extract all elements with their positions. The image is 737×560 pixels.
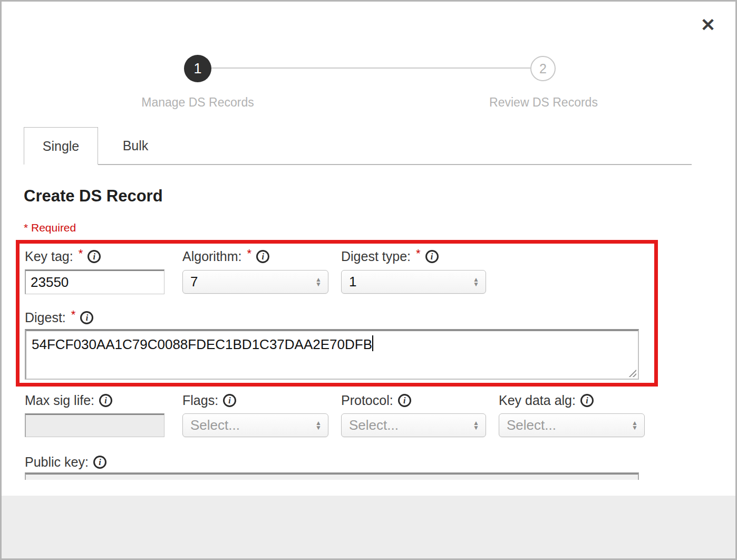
algorithm-select-value: 7	[190, 274, 315, 290]
step-number: 1	[193, 61, 201, 77]
digest-type-label-row: Digest type:*i	[341, 249, 439, 264]
stepper-step-1-circle: 1	[184, 55, 211, 82]
tab-single[interactable]: Single	[24, 127, 98, 165]
algorithm-label-row: Algorithm:*i	[182, 249, 269, 264]
flags-label: Flags:	[182, 393, 218, 408]
close-icon: ✕	[701, 15, 716, 35]
select-arrows-icon: ▲▼	[473, 277, 479, 287]
stepper-step-2-circle: 2	[530, 56, 556, 81]
digest-textarea[interactable]: 54FCF030AA1C79C0088FDEC1BD1C37DAA2E70DFB	[25, 329, 639, 380]
tab-bottom-rule	[98, 164, 692, 165]
protocol-select[interactable]: Select... ▲▼	[341, 413, 486, 437]
required-star: *	[79, 247, 83, 260]
select-arrows-icon: ▲▼	[315, 421, 322, 430]
tab-bulk[interactable]: Bulk	[98, 127, 173, 165]
digest-value: 54FCF030AA1C79C0088FDEC1BD1C37DAA2E70DFB	[32, 336, 372, 352]
info-icon[interactable]: i	[398, 394, 411, 407]
required-star: *	[416, 247, 421, 260]
max-sig-life-label-row: Max sig life:i	[25, 393, 112, 408]
info-icon[interactable]: i	[223, 394, 236, 407]
stepper-connector-line	[211, 67, 530, 69]
digest-label: Digest:	[25, 310, 66, 325]
key-data-alg-select[interactable]: Select... ▲▼	[499, 413, 645, 437]
digest-label-row: Digest:*i	[25, 310, 93, 325]
protocol-select-value: Select...	[349, 417, 473, 433]
close-button[interactable]: ✕	[696, 13, 720, 36]
digest-type-select[interactable]: 1 ▲▼	[341, 270, 486, 294]
public-key-label-row: Public key:i	[25, 455, 106, 470]
page-title: Create DS Record	[24, 187, 163, 206]
algorithm-select[interactable]: 7 ▲▼	[182, 270, 328, 294]
required-star: *	[71, 308, 76, 322]
key-tag-label: Key tag:	[25, 249, 73, 264]
footer-bar: Cancel Back Next	[2, 496, 735, 558]
info-icon[interactable]: i	[93, 456, 106, 469]
key-data-alg-label: Key data alg:	[499, 393, 576, 408]
max-sig-life-input[interactable]	[25, 413, 164, 437]
info-icon[interactable]: i	[88, 250, 101, 263]
protocol-label: Protocol:	[341, 393, 393, 408]
info-icon[interactable]: i	[99, 394, 112, 407]
tab-label: Bulk	[123, 138, 149, 153]
text-cursor	[372, 335, 373, 351]
stepper-step-1-label: Manage DS Records	[119, 95, 277, 110]
key-tag-label-row: Key tag:*i	[25, 249, 101, 264]
flags-select-value: Select...	[190, 417, 315, 433]
protocol-label-row: Protocol:i	[341, 393, 411, 408]
flags-label-row: Flags:i	[182, 393, 236, 408]
info-icon[interactable]: i	[80, 311, 93, 324]
algorithm-label: Algorithm:	[182, 249, 242, 264]
resize-handle-icon[interactable]	[627, 368, 636, 377]
step-number: 2	[539, 61, 547, 76]
create-ds-record-modal: ✕ 1 2 Manage DS Records Review DS Record…	[0, 0, 737, 560]
public-key-label: Public key:	[25, 455, 89, 470]
info-icon[interactable]: i	[425, 250, 439, 263]
info-icon[interactable]: i	[256, 250, 269, 263]
max-sig-life-label: Max sig life:	[25, 393, 94, 408]
digest-type-select-value: 1	[349, 274, 473, 290]
select-arrows-icon: ▲▼	[315, 277, 322, 287]
tab-label: Single	[43, 139, 80, 154]
info-icon[interactable]: i	[580, 394, 594, 407]
public-key-textarea[interactable]	[25, 472, 639, 480]
required-note: * Required	[24, 221, 76, 234]
flags-select[interactable]: Select... ▲▼	[182, 413, 328, 437]
key-data-alg-label-row: Key data alg:i	[499, 393, 594, 408]
digest-type-label: Digest type:	[341, 249, 411, 264]
required-star: *	[247, 247, 252, 260]
select-arrows-icon: ▲▼	[473, 421, 479, 430]
key-tag-input[interactable]	[25, 269, 164, 294]
stepper-step-2-label: Review DS Records	[464, 95, 623, 110]
select-arrows-icon: ▲▼	[632, 421, 638, 430]
key-data-alg-select-value: Select...	[507, 417, 632, 433]
